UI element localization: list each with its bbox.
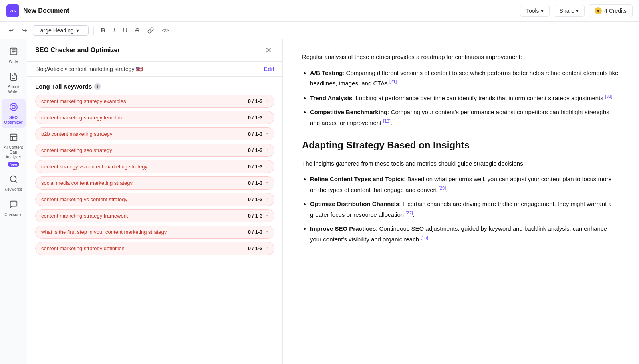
keyword-right: 0 / 1-3 ↑ (248, 147, 268, 153)
up-arrow-icon: ↑ (266, 98, 269, 104)
seo-panel-title: SEO Checker and Optimizer (35, 47, 120, 54)
keyword-text: content marketing strategy template (41, 115, 124, 121)
keyword-right: 0 / 1-3 ↑ (248, 180, 268, 186)
sidebar-label-article: ArticleWriter (8, 85, 19, 94)
seo-panel-meta: Blog/Article • content marketing strateg… (35, 66, 143, 72)
ai-content-icon (9, 133, 18, 144)
keyword-tag[interactable]: content strategy vs content marketing st… (35, 160, 274, 173)
toolbar: ↩ ↪ Large Heading ▾ B I U S </> (0, 22, 639, 39)
keyword-tag[interactable]: what is the first step in your content m… (35, 226, 274, 239)
up-arrow-icon: ↑ (266, 229, 269, 235)
keyword-text: content marketing strategy examples (41, 98, 126, 104)
share-button[interactable]: Share ▾ (554, 5, 585, 17)
keyword-count: 0 / 1-3 (248, 229, 263, 235)
keyword-count: 0 / 1-3 (248, 115, 263, 121)
sidebar-item-seo-optimizer[interactable]: SEOOptimizer (2, 99, 26, 128)
keyword-count: 0 / 1-3 (248, 131, 263, 137)
list-item: Competitive Benchmarking: Comparing your… (310, 107, 620, 128)
keyword-text: content marketing seo strategy (41, 147, 112, 153)
section-heading: Adapting Strategy Based on Insights (302, 137, 620, 154)
article-writer-icon (9, 72, 18, 83)
keyword-tag[interactable]: social media content marketing strategy … (35, 176, 274, 190)
code-button[interactable]: </> (159, 26, 172, 35)
keyword-right: 0 / 1-3 ↑ (248, 131, 268, 137)
keyword-text: content marketing strategy definition (41, 245, 125, 251)
bullets-1: A/B Testing: Comparing different version… (310, 68, 620, 128)
up-arrow-icon: ↑ (266, 196, 269, 202)
redo-button[interactable]: ↪ (20, 25, 30, 36)
italic-button[interactable]: I (111, 25, 117, 35)
sidebar-item-keywords[interactable]: Keywords (2, 172, 26, 195)
doc-title: New Document (23, 7, 69, 14)
keyword-tag[interactable]: content marketing strategy examples 0 / … (35, 95, 274, 108)
keyword-tag[interactable]: content marketing strategy definition 0 … (35, 242, 274, 255)
list-item: Optimize Distribution Channels: If certa… (310, 199, 620, 220)
sidebar-item-article-writer[interactable]: ArticleWriter (2, 69, 26, 97)
sidebar: Write ArticleWriter SEOOptimizer AI Cont… (0, 39, 27, 364)
keyword-right: 0 / 1-3 ↑ (248, 98, 268, 104)
list-item: Refine Content Types and Topics: Based o… (310, 174, 620, 195)
svg-point-9 (10, 176, 16, 182)
sidebar-item-write[interactable]: Write (2, 44, 26, 67)
sidebar-item-ai-content[interactable]: AI ContentGapAnalyzer New (2, 130, 26, 170)
keyword-right: 0 / 1-3 ↑ (248, 213, 268, 219)
up-arrow-icon: ↑ (266, 245, 269, 251)
keyword-text: content marketing vs content strategy (41, 196, 127, 202)
keywords-icon (9, 175, 18, 186)
keyword-right: 0 / 1-3 ↑ (248, 229, 268, 235)
keyword-count: 0 / 1-3 (248, 164, 263, 170)
keyword-tag[interactable]: b2b content marketing strategy 0 / 1-3 ↑ (35, 127, 274, 140)
sidebar-label-keywords: Keywords (5, 187, 22, 192)
list-item: Improve SEO Practices: Continuous SEO ad… (310, 224, 620, 244)
keyword-text: b2b content marketing strategy (41, 131, 113, 137)
keyword-tag[interactable]: content marketing vs content strategy 0 … (35, 193, 274, 206)
edit-button[interactable]: Edit (264, 66, 274, 72)
link-button[interactable] (145, 26, 156, 35)
sidebar-item-chatsonic[interactable]: Chatsonic (2, 197, 26, 220)
document-content: Regular analysis of these metrics provid… (283, 39, 639, 364)
keyword-count: 0 / 1-3 (248, 245, 263, 251)
keyword-count: 0 / 1-3 (248, 196, 263, 202)
main-layout: Write ArticleWriter SEOOptimizer AI Cont… (0, 39, 639, 364)
section-title: Long-Tail Keywords ℹ (35, 83, 274, 90)
top-bar-right: Tools ▾ Share ▾ ● 4 Credits (520, 4, 633, 17)
toolbar-divider (93, 26, 94, 35)
sidebar-label-seo: SEOOptimizer (4, 115, 22, 125)
up-arrow-icon: ↑ (266, 180, 269, 186)
strikethrough-button[interactable]: S (133, 25, 142, 35)
svg-line-10 (15, 181, 17, 182)
intro-text: Regular analysis of these metrics provid… (302, 52, 620, 62)
seo-panel: SEO Checker and Optimizer ✕ Blog/Article… (27, 39, 283, 364)
seo-panel-header: SEO Checker and Optimizer ✕ (27, 39, 282, 62)
top-bar-left: ws New Document (6, 4, 69, 17)
keyword-tag[interactable]: content marketing seo strategy 0 / 1-3 ↑ (35, 144, 274, 157)
tools-button[interactable]: Tools ▾ (520, 5, 550, 17)
keyword-right: 0 / 1-3 ↑ (248, 196, 268, 202)
keyword-text: content marketing strategy framework (41, 213, 128, 219)
credits-button[interactable]: ● 4 Credits (589, 4, 633, 17)
keyword-right: 0 / 1-3 ↑ (248, 115, 268, 121)
list-item: Trend Analysis: Looking at performance o… (310, 93, 620, 103)
bold-button[interactable]: B (99, 25, 108, 35)
keyword-text: social media content marketing strategy (41, 180, 133, 186)
keyword-count: 0 / 1-3 (248, 180, 263, 186)
close-button[interactable]: ✕ (263, 45, 274, 56)
style-selector[interactable]: Large Heading ▾ (33, 25, 89, 36)
svg-point-7 (12, 105, 15, 109)
keyword-tags-list: content marketing strategy examples 0 / … (35, 95, 274, 255)
keyword-tag[interactable]: content marketing strategy template 0 / … (35, 111, 274, 124)
underline-button[interactable]: U (121, 25, 130, 35)
seo-panel-body: Long-Tail Keywords ℹ content marketing s… (27, 77, 282, 364)
undo-button[interactable]: ↩ (6, 25, 16, 36)
list-item: A/B Testing: Comparing different version… (310, 68, 620, 89)
seo-optimizer-icon (9, 102, 18, 114)
app-logo: ws (6, 4, 19, 17)
up-arrow-icon: ↑ (266, 131, 269, 137)
up-arrow-icon: ↑ (266, 213, 269, 219)
info-icon[interactable]: ℹ (94, 83, 101, 90)
chatsonic-icon (9, 200, 18, 211)
top-bar: ws New Document Tools ▾ Share ▾ ● 4 Cred… (0, 0, 639, 22)
keyword-right: 0 / 1-3 ↑ (248, 164, 268, 170)
credits-icon: ● (595, 7, 602, 14)
keyword-tag[interactable]: content marketing strategy framework 0 /… (35, 209, 274, 222)
